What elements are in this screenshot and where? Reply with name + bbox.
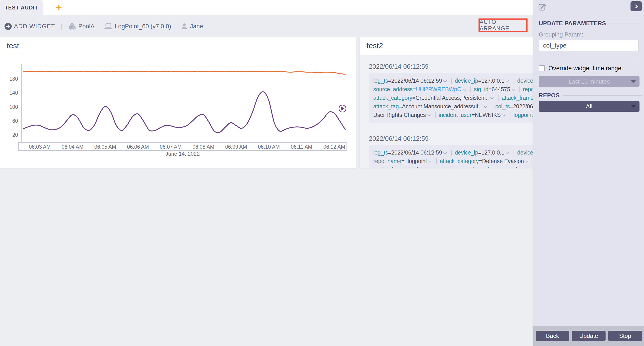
log-value[interactable]: 127.0.0.1 [482,149,504,156]
widget-test2-title: test2 [366,41,383,50]
stop-button[interactable]: Stop [608,331,642,341]
log-value[interactable]: 644575 [492,86,510,92]
log-value[interactable]: 2022/06/ [513,103,533,109]
log-value[interactable]: 2022/06/14 06:12:59 [391,149,442,156]
chevron-right-icon [634,4,638,8]
log-key[interactable]: col_ts [495,103,510,109]
chevron-down-icon[interactable] [484,104,487,108]
update-button[interactable]: Update [572,331,606,341]
auto-arrange-button[interactable]: AUTO ARRANGE [480,19,526,32]
chevron-down-icon[interactable] [511,87,515,91]
log-value[interactable]: Defense Evasion [482,158,524,164]
svg-text:100: 100 [10,104,18,110]
log-key[interactable]: attack_category [440,158,479,164]
pipe-separator [514,78,514,84]
log-key[interactable]: logpoint_n [514,112,533,118]
log-value[interactable]: Account Mansource_addressul... [402,103,482,109]
log-key[interactable]: device_ [517,78,533,84]
log-key[interactable]: repo_na [523,86,533,92]
chevron-down-icon[interactable] [506,79,509,82]
add-tab-button[interactable]: + [54,2,64,13]
log-value[interactable]: NEWNIKS [475,112,500,118]
chevron-down-icon[interactable] [506,151,509,154]
log-key[interactable]: device_ip [455,78,478,84]
log-key[interactable]: attack_framew [502,95,533,101]
log-line: attack_tag=Account Mansource_addressul..… [373,102,533,111]
log-key[interactable]: device_ip [455,149,478,156]
log-value[interactable]: 2022/06/14 06:12:59 [404,166,455,168]
time-range-value: Last 10 minutes [568,78,610,85]
log-key[interactable]: attack_category [373,95,412,101]
repos-select[interactable]: All [539,101,640,112]
svg-text:06:11 AM: 06:11 AM [291,144,312,150]
equals-sign: = [412,86,416,92]
caret-down-icon [631,80,636,83]
pipe-separator [464,167,464,168]
log-key[interactable]: collected_at [467,166,497,168]
svg-text:06:03 AM: 06:03 AM [29,144,50,150]
equals-sign: = [388,149,391,156]
pipe-separator [435,112,436,118]
log-key[interactable]: log_ts [373,78,388,84]
auto-arrange-highlight: AUTO ARRANGE [478,19,528,32]
repos-label: REPOS [539,92,560,99]
chevron-down-icon[interactable] [462,87,466,91]
log-timestamp: 2022/06/14 06:12:59 [369,135,428,142]
tab-test-audit[interactable]: TEST AUDIT [0,0,43,15]
chevron-down-icon[interactable] [525,159,529,163]
pool-cubes-icon [68,23,76,30]
log-key[interactable]: col_ts [386,166,400,168]
log-value[interactable]: User Rights Changes [373,112,426,118]
update-parameters-panel: UPDATE PARAMETERS Grouping Param: Overri… [533,0,644,346]
widget-test-header: test [0,37,356,54]
log-key[interactable]: source_address [373,86,412,92]
equals-sign: = [412,95,416,101]
equals-sign: = [510,103,513,109]
plus-icon: + [56,3,62,13]
log-timestamp: 2022/06/14 06:12:59 [369,63,428,70]
chevron-down-icon[interactable] [490,96,494,100]
pipe-separator [510,112,510,118]
log-value[interactable]: 2022/06/14 06:12:59 [391,78,442,84]
log-key[interactable]: sig_id [474,86,488,92]
log-line: log_ts=2022/06/14 06:12:59device_ip=127.… [373,76,533,85]
collapse-panel-button[interactable] [630,1,642,11]
override-time-range-checkbox[interactable] [539,65,545,71]
log-value[interactable]: _logpoint [404,158,427,164]
log-key[interactable]: attack_tag [373,103,399,109]
pool-indicator: PoolA [68,23,94,30]
grouping-param-input[interactable] [539,40,638,51]
pipe-separator [520,87,520,92]
log-line: log_ts=2022/06/14 06:12:59device_ip=127.… [373,148,533,157]
pool-label: PoolA [78,23,94,30]
log-link[interactable]: UHl2RWREBWpC [416,86,461,92]
log-line: User Rights Changesincident_user=NEWNIKS… [373,111,533,119]
chevron-down-icon[interactable] [427,113,430,117]
log-value[interactable]: LogPoint_60 [500,166,531,168]
svg-text:06:06 AM: 06:06 AM [127,144,149,150]
log-key[interactable]: device_ [517,149,533,156]
chevron-down-icon[interactable] [443,79,447,82]
log-key[interactable]: repo_name [373,158,402,164]
play-button[interactable] [338,104,347,113]
pipe-separator [492,104,492,109]
pipe-separator [451,78,452,84]
log-value[interactable]: 127.0.0.1 [482,78,504,84]
widget-test2-header: test2 [360,37,533,54]
log-key[interactable]: log_ts [373,149,388,156]
user-label: Jane [190,23,203,30]
log-value[interactable]: Credential Access,Persisten... [416,95,489,101]
log-key[interactable]: incident_user [439,112,472,118]
chevron-down-icon[interactable] [428,159,432,163]
log-list: 2022/06/14 06:12:59log_ts=2022/06/14 06:… [360,55,533,168]
chevron-down-icon[interactable] [502,113,506,117]
edit-icon[interactable] [538,2,547,11]
svg-text:180: 180 [10,76,18,82]
svg-text:60: 60 [12,118,18,124]
grouping-param-label: Grouping Param: [539,31,583,38]
back-button[interactable]: Back [536,331,569,341]
add-widget-button[interactable]: ADD WIDGET [4,23,55,30]
log-line: attack_category=Credential Access,Persis… [373,93,533,102]
chevron-down-icon[interactable] [443,151,447,154]
repos-value: All [586,103,592,110]
